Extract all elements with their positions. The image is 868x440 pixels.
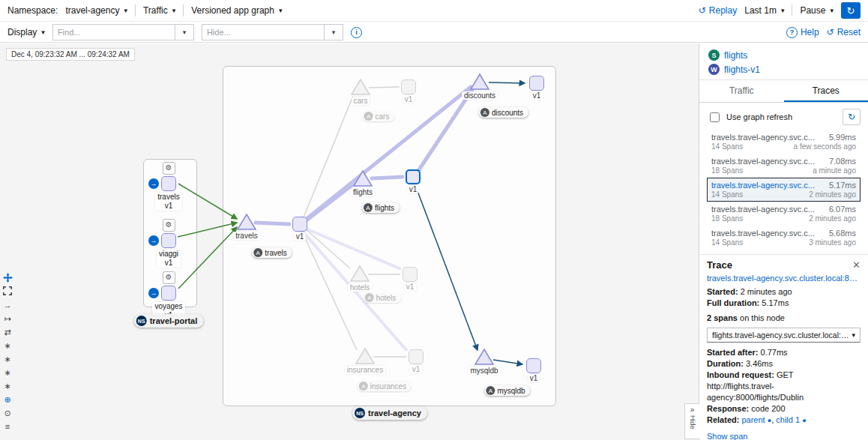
node-viaggi-v1-portal[interactable]: ⚙ → viaggiv1 <box>146 219 191 268</box>
chevron-down-icon: ▾ <box>852 331 855 339</box>
graph-type-select[interactable]: Versioned app graph▾ <box>191 5 282 16</box>
pause-select[interactable]: Pause▾ <box>800 5 834 16</box>
traces-tab-content: Use graph refresh ↻ travels.travel-agenc… <box>699 103 868 440</box>
hide-input-group: ▾ <box>202 24 343 40</box>
node-mysqldb-app[interactable]: mysqldb <box>460 348 508 375</box>
app-badge-insurances[interactable]: Ainsurances <box>358 381 412 391</box>
node-cars-v1[interactable]: v1 <box>385 79 433 103</box>
node-cars-app[interactable]: cars <box>337 78 385 105</box>
namespace-badge-travel-portal[interactable]: NStravel-portal <box>134 314 204 328</box>
node-hotels-app[interactable]: hotels <box>336 265 384 292</box>
namespace-badge-travel-agency[interactable]: NStravel-agency <box>352 406 427 420</box>
zoom-in-icon[interactable]: ⊕ <box>1 394 13 406</box>
span-related: Related: parent ●, child 1 ● <box>707 415 861 427</box>
divider <box>792 4 792 16</box>
side-panel-header: Sflights Wflights-v1 <box>699 43 868 80</box>
edge-target-icon[interactable]: ↦ <box>1 313 13 325</box>
kiali-graph-page: Namespace: travel-agency▾ Traffic▾ Versi… <box>0 0 868 440</box>
chevron-down-icon: ▾ <box>830 7 834 14</box>
node-mysqldb-v1[interactable]: v1 <box>510 358 558 382</box>
app-triangle-shape <box>474 348 495 366</box>
show-span-link[interactable]: Show span <box>707 432 747 440</box>
trace-list-item[interactable]: travels.travel-agency.svc.c...5.68ms 14 … <box>707 226 861 250</box>
find-hide-info-icon[interactable]: i <box>351 27 362 38</box>
service-shape <box>529 76 544 91</box>
service-link[interactable]: flights <box>724 50 747 61</box>
graph-canvas[interactable]: Dec 4, 09:23:32 AM ... 09:24:32 AM <box>0 43 699 440</box>
node-travels-v1-portal[interactable]: ⚙ → travelsv1 <box>146 162 191 211</box>
display-select[interactable]: Display▾ <box>7 27 45 37</box>
replay-button[interactable]: ↺Replay <box>699 5 737 16</box>
node-travels-app[interactable]: travels <box>223 213 271 240</box>
namespace-select[interactable]: travel-agency▾ <box>65 5 127 16</box>
edge-swap-icon[interactable]: ⇄ <box>1 327 13 338</box>
use-graph-refresh-checkbox[interactable] <box>710 112 720 122</box>
find-input[interactable] <box>52 24 175 40</box>
find-options-button[interactable]: ▾ <box>175 24 194 40</box>
workload-link[interactable]: flights-v1 <box>724 64 760 75</box>
panel-collapse-tab[interactable]: » Hide <box>684 403 699 439</box>
node-flights-app[interactable]: flights <box>339 169 387 196</box>
edge-arrow-icon[interactable]: → <box>1 300 13 311</box>
tab-traffic[interactable]: Traffic <box>699 80 784 102</box>
trace-list-item-selected[interactable]: travels.travel-agency.svc.c...5.17ms 14 … <box>707 178 861 202</box>
hide-options-button[interactable]: ▾ <box>324 24 343 40</box>
traffic-select[interactable]: Traffic▾ <box>143 5 175 16</box>
trace-list-item[interactable]: travels.travel-agency.svc.c...5.99ms 14 … <box>707 130 861 154</box>
node-travels-v1[interactable]: v1 <box>276 217 324 241</box>
related-parent-link[interactable]: parent <box>741 415 765 424</box>
divider <box>183 4 184 16</box>
service-shape <box>292 217 307 232</box>
layout-graph-icon-2[interactable]: ∗ <box>1 354 13 365</box>
node-discounts-app[interactable]: discounts <box>456 73 504 100</box>
app-badge-mysqldb[interactable]: Amysqldb <box>484 385 530 396</box>
service-shape-selected <box>406 169 421 184</box>
span-node-select[interactable]: flights.travel-agency.svc.cluster.local:… <box>707 328 861 343</box>
app-triangle-shape <box>352 169 373 187</box>
reset-button[interactable]: ↺Reset <box>827 27 861 37</box>
trace-url-link[interactable]: travels.travel-agency.svc.cluster.local:… <box>707 274 861 283</box>
app-badge-travels[interactable]: Atravels <box>252 247 292 258</box>
app-badge-hotels[interactable]: Ahotels <box>364 292 402 303</box>
node-voyages-v1-portal[interactable]: ⚙ → voyagesv1 <box>146 271 191 320</box>
hide-label: Hide <box>689 415 696 430</box>
tab-traces[interactable]: Traces <box>784 80 868 102</box>
close-icon[interactable]: ✕ <box>852 259 861 271</box>
refresh-button[interactable]: ↻ <box>841 2 861 19</box>
use-graph-refresh-label: Use graph refresh <box>726 112 792 121</box>
tcp-edges[interactable] <box>415 82 525 364</box>
layout-graph-icon-4[interactable]: ∗ <box>1 381 13 392</box>
app-badge-flights[interactable]: Aflights <box>362 202 400 213</box>
node-flights-v1-selected[interactable]: v1 <box>389 169 437 193</box>
node-hotels-v1[interactable]: v1 <box>386 267 434 291</box>
interval-select[interactable]: Last 1m▾ <box>744 5 784 16</box>
layout-graph-icon-3[interactable]: ∗ <box>1 367 13 379</box>
legend-icon[interactable]: ≡ <box>1 421 13 433</box>
traffic-source-icon: → <box>148 178 159 189</box>
help-button[interactable]: ?Help <box>786 27 819 38</box>
service-shape <box>409 349 424 364</box>
zoom-out-icon[interactable]: ⊙ <box>1 408 13 419</box>
workload-shape <box>161 233 176 248</box>
app-triangle-shape <box>236 213 257 231</box>
app-triangle-shape <box>469 73 490 91</box>
node-insurances-app[interactable]: insurances <box>341 347 389 374</box>
app-badge-discounts[interactable]: Adiscounts <box>479 107 528 118</box>
zoom-fit-icon[interactable] <box>1 286 13 298</box>
traces-refresh-button[interactable]: ↻ <box>843 109 861 125</box>
pan-icon[interactable] <box>1 273 13 284</box>
primary-toolbar: Namespace: travel-agency▾ Traffic▾ Versi… <box>0 0 868 22</box>
trace-list-item[interactable]: travels.travel-agency.svc.c...6.07ms 18 … <box>707 202 861 226</box>
replay-icon: ↺ <box>699 5 706 16</box>
node-discounts-v1[interactable]: v1 <box>513 76 561 100</box>
app-badge-cars[interactable]: Acars <box>363 111 395 121</box>
chevron-down-icon: ▾ <box>781 7 785 14</box>
related-child-link[interactable]: child 1 <box>776 415 800 424</box>
hide-input[interactable] <box>202 24 324 40</box>
chevron-down-icon: ▾ <box>183 28 187 36</box>
trace-list-item[interactable]: travels.travel-agency.svc.c...7.08ms 18 … <box>707 154 861 178</box>
divider <box>699 254 868 255</box>
layout-graph-icon-1[interactable]: ∗ <box>1 340 13 352</box>
node-insurances-v1[interactable]: v1 <box>392 349 440 373</box>
trace-full-duration: Full duration: 5.17ms <box>707 298 861 309</box>
